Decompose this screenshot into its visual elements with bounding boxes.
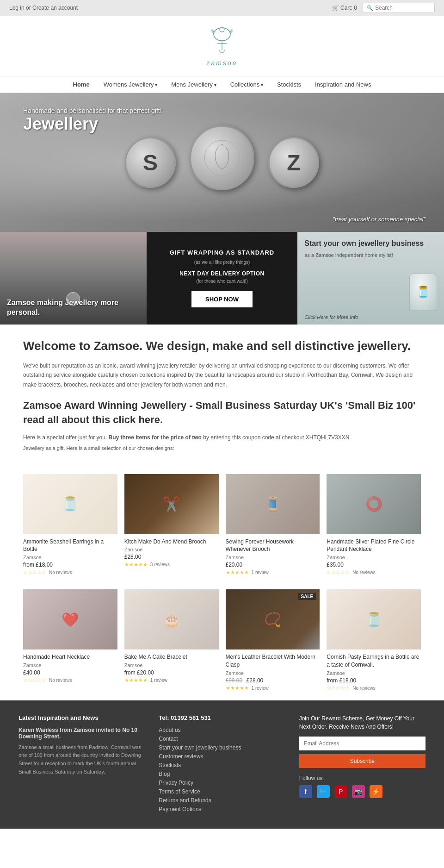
star-rating: ★★★★★ 1 review	[124, 677, 219, 683]
product-title: Ammonite Seashell Earrings in a Bottle	[23, 538, 117, 554]
footer-news-article-body: Zamsoe a small business from Padstow, Co…	[18, 743, 145, 776]
product-price: £99.00 £28.00	[226, 677, 320, 684]
star-rating: ★★★★★ 3 reviews	[124, 562, 219, 568]
feature-box-business[interactable]: Start your own jewellery business as a Z…	[297, 232, 444, 325]
rss-icon[interactable]: ⚡	[370, 785, 382, 798]
footer-newsletter-col: Join Our Reward Scheme, Get Money Off Yo…	[299, 714, 426, 815]
product-grid-row1: 🫙 Ammonite Seashell Earrings in a Bottle…	[0, 469, 444, 585]
product-title: Sewing Forever Housework Whenever Brooch	[226, 538, 320, 554]
social-icons: f 🐦 P 📷 ⚡	[299, 785, 426, 798]
footer-links-col: Tel: 01392 581 531 About us Contact Star…	[159, 714, 285, 815]
site-header: zamsoe	[0, 16, 444, 76]
nav-home[interactable]: Home	[73, 81, 90, 88]
product-title: Men's Leather Bracelet With Modern Clasp	[226, 653, 320, 669]
product-image: 🫙	[23, 474, 117, 534]
footer-link-privacy[interactable]: Privacy Policy	[159, 780, 285, 786]
product-image: 🧵	[226, 474, 320, 534]
product-card[interactable]: 🫙 Cornish Pasty Earrings in a Bottle are…	[327, 589, 421, 691]
welcome-title: Welcome to Zamsoe. We design, make and s…	[23, 338, 421, 354]
award-title[interactable]: Zamsoe Award Winning Jewellery - Small B…	[23, 399, 421, 427]
product-vendor: Zamsoe	[23, 662, 117, 668]
site-footer: Latest Inspiration and News Karen Wanles…	[0, 700, 444, 829]
product-image: 🎂	[124, 589, 219, 649]
hero-banner[interactable]: Handmade and personalised for that perfe…	[0, 93, 444, 232]
email-input[interactable]	[299, 737, 426, 750]
nav-mens[interactable]: Mens Jewellery	[171, 81, 216, 88]
product-vendor: Zamsoe	[226, 670, 320, 676]
footer-news-article-title: Karen Wanless from Zamsoe invited to No …	[18, 727, 145, 740]
delivery-sub: (for those who cant wait!)	[196, 279, 248, 284]
product-price: £35.00	[327, 562, 421, 568]
product-price: from £18.00	[23, 562, 117, 568]
product-card[interactable]: ❤️ Handmade Heart Necklace Zamsoe £40.00…	[23, 589, 117, 691]
logo-icon	[208, 25, 236, 57]
hero-coins: S Z	[0, 93, 444, 232]
footer-link-returns[interactable]: Returns and Refunds	[159, 797, 285, 804]
product-card[interactable]: 🧵 Sewing Forever Housework Whenever Broo…	[226, 474, 320, 576]
product-grid-row2: ❤️ Handmade Heart Necklace Zamsoe £40.00…	[0, 585, 444, 700]
welcome-section: Welcome to Zamsoe. We design, make and s…	[0, 325, 444, 469]
click-here-link[interactable]: Click Here for More Info	[304, 314, 358, 320]
search-box: 🔍	[363, 3, 435, 13]
footer-news-title: Latest Inspiration and News	[18, 714, 145, 721]
feature-box-gift: GIFT WRAPPING AS STANDARD (as we all lik…	[147, 232, 298, 325]
shop-now-button[interactable]: SHOP NOW	[191, 291, 253, 307]
footer-link-terms[interactable]: Terms of Service	[159, 788, 285, 795]
product-card[interactable]: 🎂 Bake Me A Cake Bracelet Zamsoe from £2…	[124, 589, 219, 691]
product-image: ⭕	[327, 474, 421, 534]
twitter-icon[interactable]: 🐦	[317, 785, 330, 798]
product-title: Handmade Silver Plated Fine Circle Penda…	[327, 538, 421, 554]
nav-stockists[interactable]: Stockists	[277, 81, 301, 88]
nav-womens[interactable]: Womens Jewellery	[104, 81, 158, 88]
top-bar-right: 🛒 Cart: 0 🔍	[332, 3, 435, 13]
star-rating: ★★★★★ 1 review	[226, 569, 320, 575]
product-image: ❤️	[23, 589, 117, 649]
footer-link-blog[interactable]: Blog	[159, 771, 285, 777]
star-rating: ☆☆☆☆☆ No reviews	[23, 677, 117, 683]
search-input[interactable]	[375, 5, 431, 11]
main-nav: Home Womens Jewellery Mens Jewellery Col…	[0, 76, 444, 93]
product-image: 📿 SALE	[226, 589, 320, 649]
facebook-icon[interactable]: f	[299, 785, 312, 798]
product-card[interactable]: 🫙 Ammonite Seashell Earrings in a Bottle…	[23, 474, 117, 576]
star-rating: ★★★★★ 1 review	[226, 685, 320, 691]
footer-news-col: Latest Inspiration and News Karen Wanles…	[18, 714, 145, 815]
product-vendor: Zamsoe	[327, 670, 421, 676]
star-rating: ☆☆☆☆☆ No reviews	[327, 569, 421, 575]
logo[interactable]: zamsoe	[9, 25, 435, 67]
footer-link-payment[interactable]: Payment Options	[159, 806, 285, 812]
nav-collections[interactable]: Collections	[230, 81, 263, 88]
footer-link-reviews[interactable]: Customer reviews	[159, 753, 285, 760]
footer-link-stockists[interactable]: Stockists	[159, 762, 285, 768]
sale-badge: SALE	[298, 593, 316, 600]
feature-box-personal[interactable]: Zamsoe making Jewellery more personal.	[0, 232, 147, 325]
offer-bold: Buy three items for the price of two	[109, 434, 202, 441]
footer-link-contact[interactable]: Contact	[159, 736, 285, 742]
product-card[interactable]: ✂️ Kitch Make Do And Mend Brooch Zamsoe …	[124, 474, 219, 576]
business-sub: as a Zamsoe independent home stylist!	[304, 252, 437, 258]
logo-text: zamsoe	[206, 59, 237, 67]
footer-link-about[interactable]: About us	[159, 727, 285, 733]
business-title: Start your own jewellery business	[304, 239, 437, 249]
gift-wrap-sub: (as we all like pretty things)	[194, 260, 250, 265]
gift-label: Jewellery as a gift. Here is a small sel…	[23, 445, 421, 451]
pinterest-icon[interactable]: P	[334, 785, 347, 798]
account-links[interactable]: Log in or Create an account	[9, 5, 78, 11]
product-vendor: Zamsoe	[23, 555, 117, 560]
hero-coin-center	[190, 125, 254, 190]
instagram-icon[interactable]: 📷	[352, 785, 365, 798]
bottle-image: 🫙	[409, 274, 437, 311]
product-card[interactable]: 📿 SALE Men's Leather Bracelet With Moder…	[226, 589, 320, 691]
hero-coin-z: Z	[268, 137, 319, 188]
product-card[interactable]: ⭕ Handmade Silver Plated Fine Circle Pen…	[327, 474, 421, 576]
product-vendor: Zamsoe	[124, 547, 219, 552]
cart-info[interactable]: 🛒 Cart: 0	[332, 5, 357, 11]
nav-inspiration[interactable]: Inspiration and News	[315, 81, 371, 88]
footer-link-business[interactable]: Start your own jewellery business	[159, 744, 285, 751]
subscribe-button[interactable]: Subscribe	[299, 754, 426, 768]
product-title: Cornish Pasty Earrings in a Bottle are a…	[327, 653, 421, 669]
svg-point-0	[214, 28, 230, 41]
product-price: from £18.00	[327, 677, 421, 684]
top-bar: Log in or Create an account 🛒 Cart: 0 🔍	[0, 0, 444, 16]
product-title: Bake Me A Cake Bracelet	[124, 653, 219, 661]
